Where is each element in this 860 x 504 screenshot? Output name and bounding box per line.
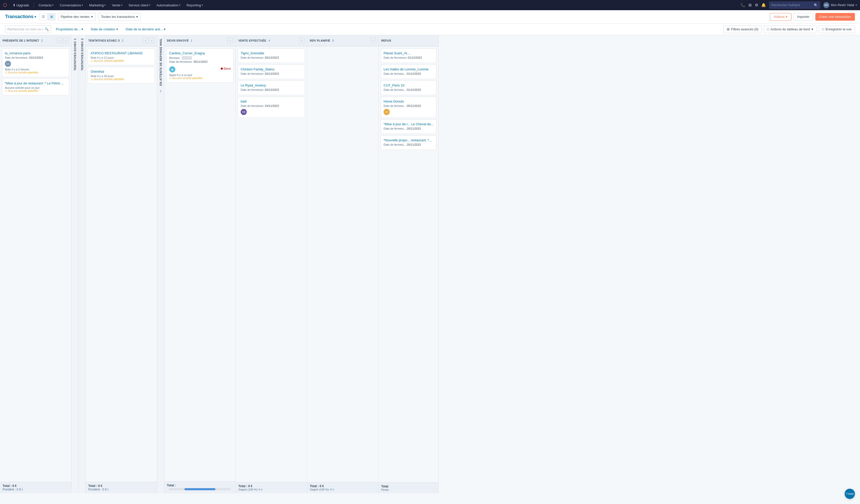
chevron-down-icon: ▾ [91, 15, 93, 19]
save-icon: □ [822, 27, 824, 31]
scroll-thumb [185, 488, 216, 490]
nav-reporting[interactable]: Reporting ▾ [184, 0, 205, 10]
card-title[interactable]: Home Donuts [384, 100, 433, 103]
card-orienthai[interactable]: Orienthai Note il y a 18 jours ⚠ Aucune … [88, 67, 155, 84]
settings-icon[interactable]: ⚙ [755, 3, 758, 8]
col-prev-button[interactable]: ‹ [227, 38, 233, 43]
footer-gagne: Gagné (100 %) ✕ ℹ [238, 488, 304, 491]
import-button[interactable]: Importer [793, 13, 813, 21]
column-title-devis: DEVIS ENVOYÉ [167, 39, 189, 42]
rotated-label-attente: EN ATTENTE DE REPONSE MAIL [158, 35, 164, 89]
user-menu[interactable]: MR Mon Resto' Halal ▾ [823, 2, 857, 8]
global-search-input[interactable] [772, 3, 812, 7]
card-title[interactable]: Tigmi_Grenoble [241, 51, 302, 55]
card-atipico[interactable]: ATIPICO RESTAURANT LIBANAIS Note il y a … [88, 48, 155, 65]
card-planet-sushi[interactable]: Planet Sushi_Al... Date de fermeture: 01… [381, 48, 436, 63]
list-view-button[interactable]: ☰ [40, 13, 47, 20]
nav-service-client[interactable]: Service client ▾ [126, 0, 153, 10]
column-footer-presente: Total : 0 € Pondéré : 0 € ℹ [0, 482, 71, 493]
col-nav-tentatives-3: ‹ › [143, 38, 154, 43]
footer-total: Total : 0 € [88, 484, 154, 488]
col-next-button[interactable]: › [63, 38, 69, 43]
card-baili[interactable]: baili Date de fermeture: 24/11/2023 KB [238, 97, 305, 118]
toolbar-right: Actions ▾ Importer Créer une transaction [770, 13, 855, 21]
card-tigmi-grenoble[interactable]: Tigmi_Grenoble Date de fermeture: 05/12/… [238, 48, 305, 63]
card-title[interactable]: Le Ryad_Annecy [241, 84, 302, 87]
col-nav-presente: ‹ › [57, 38, 69, 43]
chevron-down-icon: ▾ [82, 4, 83, 6]
card-le-ryad-annecy[interactable]: Le Ryad_Annecy Date de fermeture: 05/12/… [238, 80, 305, 95]
nav-automatisation[interactable]: Automatisation ▾ [154, 0, 183, 10]
nav-upgrade[interactable]: ⬆ Upgrade [10, 0, 32, 10]
phone-icon[interactable]: 📞 [741, 3, 745, 8]
nav-marketing[interactable]: Marketing ▾ [86, 0, 108, 10]
actions-button[interactable]: Actions ▾ [770, 13, 791, 21]
column-count-presente: 2 [41, 39, 43, 42]
card-chicken-family[interactable]: Chicken Family_Stains Date de fermeture:… [238, 64, 305, 79]
create-transaction-button[interactable]: Créer une transaction [815, 13, 855, 21]
card-title[interactable]: CUT_Paris 10 [384, 84, 433, 87]
card-nouvelle-propo[interactable]: *Nouvelle propo... restaurant :*... Date… [381, 135, 436, 150]
owner-filter-button[interactable]: Propriétaire de... ▾ [53, 26, 86, 33]
card-title[interactable]: *Mise à jour de r... Le Cheval de... [384, 122, 433, 126]
card-cut-paris[interactable]: CUT_Paris 10 Date de fermetu... 01/12/20… [381, 80, 436, 95]
search-icon: 🔍 [45, 27, 49, 31]
nav-contacts[interactable]: Contacts ▾ [36, 0, 56, 10]
avatar: DD [384, 109, 390, 115]
column-header-vente: VENTE EFFECTUÉE 4 ‹ [236, 35, 307, 46]
card-mise-a-jour-petrin[interactable]: *Mise à jour de restaurant :* Le Pétrin … [2, 78, 69, 95]
card-title[interactable]: baili [241, 100, 302, 103]
col-prev-button[interactable]: ‹ [370, 38, 376, 43]
footer-weighted: Pondéré : 0 € ℹ [2, 488, 69, 491]
footer-weighted: Pondéré : 0 € ℹ [88, 488, 154, 491]
card-title[interactable]: ATIPICO RESTAURANT LIBANAIS [90, 51, 152, 55]
avatar: LU [5, 61, 11, 67]
col-prev-button[interactable]: ‹ [57, 38, 62, 43]
board-actions-button[interactable]: □ Actions du tableau de bord ▾ [764, 26, 817, 33]
card-home-donuts[interactable]: Home Donuts Date de fermetu... 05/12/202… [381, 97, 436, 118]
nav-vente[interactable]: Vente ▾ [109, 0, 125, 10]
card-title[interactable]: *Mise à jour de restaurant :* Le Pétrin … [5, 81, 66, 85]
card-title[interactable]: Orienthai [90, 70, 152, 73]
bell-icon[interactable]: 🔔 [761, 3, 766, 8]
search-input[interactable] [8, 27, 43, 31]
chevron-down-icon: ▾ [202, 4, 203, 6]
chevron-down-icon: ▾ [52, 4, 54, 6]
grid-view-button[interactable]: ⊞ [48, 13, 55, 20]
card-closing-date: Date de fermetu... 05/12/2023 [384, 104, 433, 107]
card-mise-cheval[interactable]: *Mise à jour de r... Le Cheval de... Dat… [381, 119, 436, 134]
search-wrap[interactable]: 🔍 [5, 26, 51, 33]
card-title[interactable]: Les Halles de Lomme_Lomme [384, 67, 433, 71]
card-title[interactable]: *Nouvelle propo... restaurant :*... [384, 138, 433, 142]
advanced-filters-button[interactable]: ⊞ Filtres avancés (0) [723, 26, 762, 33]
column-tentatives-2-rotated: TENTATIVES ECHEC 2 [78, 35, 86, 493]
info-icon[interactable]: ℹ [108, 488, 109, 491]
card-cantine-corner[interactable]: Cantine_Corner_Eragny Montant: Date de f… [167, 48, 233, 83]
info-icon[interactable]: ℹ [261, 488, 262, 491]
col-next-button[interactable]: › [149, 38, 154, 43]
info-icon[interactable]: ℹ [333, 488, 334, 491]
grid-icon[interactable]: ⊞ [748, 3, 752, 8]
card-la-romance[interactable]: la_romance-paris Date de fermeture: 20/1… [2, 48, 69, 77]
column-count-tentatives-3: 2 [122, 39, 123, 42]
info-icon[interactable]: ℹ [22, 488, 23, 491]
card-title[interactable]: la_romance-paris [5, 51, 66, 55]
column-footer-devis: Total : [164, 481, 235, 493]
pipeline-selector[interactable]: Pipeline des ventes ▾ [58, 13, 96, 21]
creation-date-filter-button[interactable]: Date de création ▾ [88, 26, 121, 33]
global-search[interactable]: 🔍 [769, 1, 820, 9]
card-title[interactable]: Chicken Family_Stains [241, 67, 302, 71]
col-prev-button[interactable]: ‹ [299, 38, 304, 43]
page-title[interactable]: Transactions ▾ [5, 14, 36, 19]
card-title[interactable]: Planet Sushi_Al... [384, 51, 433, 55]
card-title[interactable]: Cantine_Corner_Eragny [169, 51, 231, 55]
save-view-button[interactable]: □ Enregistrer la vue [819, 26, 855, 33]
nav-conversations[interactable]: Conversations ▾ [57, 0, 86, 10]
card-les-halles[interactable]: Les Halles de Lomme_Lomme Date de fermet… [381, 64, 436, 79]
activity-date-filter-button[interactable]: Date de la dernière acti... ▾ [123, 26, 169, 33]
column-header-rdv: RDV PLANIFIÉ 0 ‹ [307, 35, 378, 46]
filter-selector[interactable]: Toutes les transactions ▾ [98, 13, 141, 21]
scroll-indicator[interactable] [169, 488, 231, 490]
col-prev-button[interactable]: ‹ [143, 38, 148, 43]
column-header-refus: REFUS [379, 35, 439, 46]
